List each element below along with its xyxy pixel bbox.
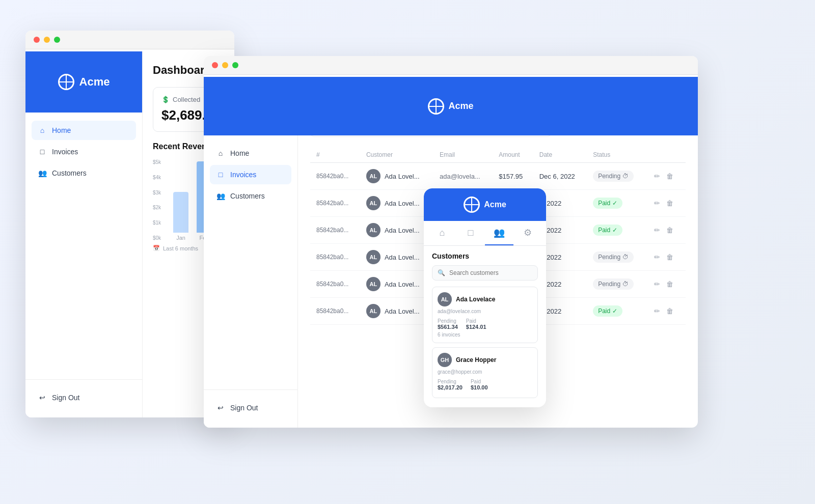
cell-customer: AL Ada Lovel... [360, 190, 433, 217]
minimize-btn[interactable] [44, 37, 50, 43]
inv-sign-out[interactable]: ↩ Sign Out [210, 398, 291, 417]
invoices-close-btn[interactable] [212, 62, 218, 68]
y-label-5k: $5k [153, 159, 161, 165]
delete-btn[interactable]: 🗑 [664, 170, 675, 182]
y-label-1k: $1k [153, 220, 161, 226]
cell-customer: AL Ada Lovel... [360, 217, 433, 244]
col-date: Date [533, 147, 587, 163]
mobile-content: Customers 🔍 AL Ada Lovelace ada@lovelace… [424, 246, 546, 407]
mobile-customers-btn[interactable]: 👥 [485, 221, 513, 245]
customer-avatar: AL [366, 169, 381, 183]
status-badge: Pending ⏱ [593, 278, 633, 290]
inv-sidebar-customers[interactable]: 👥 Customers [210, 186, 291, 206]
cell-id: 85842ba0... [310, 298, 360, 325]
sidebar-item-home[interactable]: ⌂ Home [32, 121, 136, 140]
grace-email: grace@hopper.com [438, 369, 532, 375]
sign-out-btn[interactable]: ↩ Sign Out [32, 388, 136, 407]
mobile-more-btn[interactable]: ⚙ [513, 221, 542, 245]
customer-name: Ada Lovel... [385, 254, 420, 261]
edit-btn[interactable]: ✏ [652, 197, 662, 209]
y-label-4k: $4k [153, 175, 161, 180]
inv-sidebar-home[interactable]: ⌂ Home [210, 144, 291, 163]
grace-pending-label: Pending [438, 379, 463, 384]
ada-paid-label: Paid [466, 318, 486, 324]
inv-invoices-label: Invoices [230, 171, 256, 179]
home-icon: ⌂ [38, 126, 47, 135]
cell-id: 85842ba0... [310, 271, 360, 298]
cell-actions: ✏ 🗑 [646, 298, 686, 325]
maximize-btn[interactable] [54, 37, 60, 43]
cell-status: Paid ✓ [587, 190, 646, 217]
inv-invoice-icon: □ [216, 170, 225, 179]
delete-btn[interactable]: 🗑 [664, 278, 675, 290]
y-label-0k: $0k [153, 235, 161, 241]
table-row: 85842ba0... AL Ada Lovel... ada@lovela..… [310, 163, 686, 190]
jan-bar [173, 192, 188, 233]
inv-home-icon: ⌂ [216, 149, 225, 158]
delete-btn[interactable]: 🗑 [664, 305, 675, 317]
mobile-header: Acme [424, 188, 546, 221]
dashboard-nav: ⌂ Home □ Invoices 👥 Customers [25, 113, 142, 379]
edit-btn[interactable]: ✏ [652, 305, 662, 317]
ada-pending-value: $561.34 [438, 324, 458, 330]
signout-icon: ↩ [38, 393, 47, 402]
ada-pending-label: Pending [438, 318, 458, 324]
inv-signout-icon: ↩ [216, 403, 225, 412]
mobile-customers-title: Customers [432, 252, 538, 260]
sidebar-customers-label: Customers [52, 169, 87, 177]
delete-btn[interactable]: 🗑 [664, 224, 675, 236]
edit-btn[interactable]: ✏ [652, 224, 662, 236]
cell-amount: $157.95 [493, 163, 533, 190]
invoices-titlebar [204, 56, 698, 75]
invoices-sidebar-nav: ⌂ Home □ Invoices 👥 Customers [204, 135, 297, 389]
cell-actions: ✏ 🗑 [646, 163, 686, 190]
cell-actions: ✏ 🗑 [646, 190, 686, 217]
sidebar-invoices-label: Invoices [52, 148, 78, 156]
edit-btn[interactable]: ✏ [652, 278, 662, 290]
inv-sign-out-label: Sign Out [230, 404, 258, 412]
dollar-circle-icon: 💲 [161, 96, 170, 103]
cell-customer: AL Ada Lovel... [360, 163, 433, 190]
status-badge: Paid ✓ [593, 198, 622, 209]
edit-btn[interactable]: ✏ [652, 170, 662, 182]
sidebar-home-label: Home [52, 126, 71, 134]
mobile-home-btn[interactable]: ⌂ [428, 221, 456, 245]
sidebar-item-customers[interactable]: 👥 Customers [32, 163, 136, 183]
cell-id: 85842ba0... [310, 244, 360, 271]
grace-pending-value: $2,017.20 [438, 384, 463, 390]
cell-id: 85842ba0... [310, 163, 360, 190]
delete-btn[interactable]: 🗑 [664, 197, 675, 209]
col-actions [646, 147, 686, 163]
mobile-invoices-btn[interactable]: □ [456, 221, 485, 245]
close-btn[interactable] [34, 37, 40, 43]
dashboard-window: Acme ⌂ Home □ Invoices 👥 Customers ↩ Sig… [25, 31, 234, 417]
mobile-nav: ⌂ □ 👥 ⚙ [424, 221, 546, 246]
cell-status: Pending ⏱ [587, 244, 646, 271]
delete-btn[interactable]: 🗑 [664, 251, 675, 263]
status-badge: Paid ✓ [593, 225, 622, 236]
customer-name: Ada Lovel... [385, 307, 420, 315]
dashboard-titlebar [25, 31, 234, 49]
mobile-search-input[interactable] [449, 269, 532, 276]
ada-avatar: AL [438, 292, 452, 306]
customer-card-ada: AL Ada Lovelace ada@lovelace.com Pending… [432, 287, 538, 343]
inv-sidebar-invoices[interactable]: □ Invoices [210, 165, 291, 184]
invoices-maximize-btn[interactable] [232, 62, 238, 68]
cell-actions: ✏ 🗑 [646, 244, 686, 271]
invoices-sidebar: Acme ⌂ Home □ Invoices 👥 Customers ↩ Sig… [204, 77, 298, 428]
dashboard-sidebar: Acme ⌂ Home □ Invoices 👥 Customers ↩ Sig… [25, 51, 143, 417]
ada-paid-value: $124.01 [466, 324, 486, 330]
edit-btn[interactable]: ✏ [652, 251, 662, 263]
grace-stats: Pending $2,017.20 Paid $10.00 [438, 379, 532, 390]
ada-name-row: AL Ada Lovelace [438, 292, 532, 306]
cell-status: Paid ✓ [587, 217, 646, 244]
customer-avatar: AL [366, 250, 381, 264]
sidebar-item-invoices[interactable]: □ Invoices [32, 142, 136, 161]
cell-id: 85842ba0... [310, 217, 360, 244]
customer-avatar: AL [366, 277, 381, 291]
sign-out-label: Sign Out [52, 394, 79, 402]
invoices-minimize-btn[interactable] [222, 62, 228, 68]
cell-date: Dec 6, 2022 [533, 163, 587, 190]
dashboard-logo-text: Acme [79, 75, 110, 89]
mobile-search-wrap: 🔍 [432, 265, 538, 281]
